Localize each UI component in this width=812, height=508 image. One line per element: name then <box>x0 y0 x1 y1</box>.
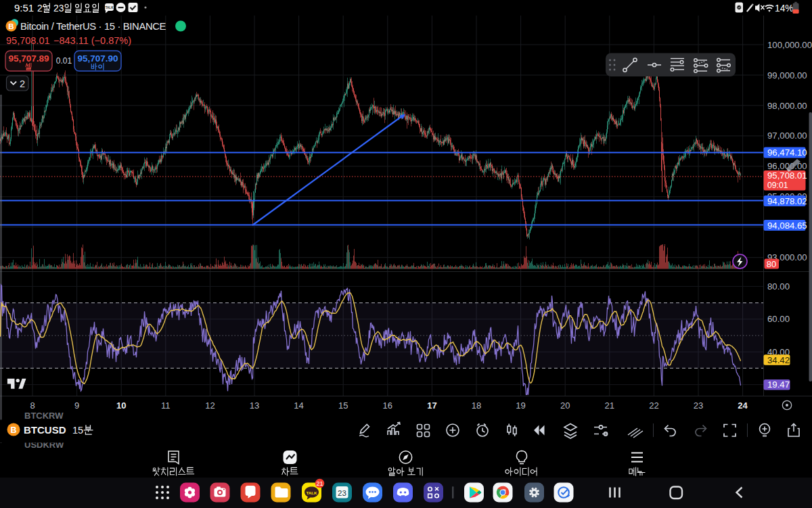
svg-text:95,708.01: 95,708.01 <box>767 170 807 181</box>
svg-text:19: 19 <box>516 400 525 411</box>
svg-text:09:01: 09:01 <box>767 181 788 190</box>
svg-text:60.00: 60.00 <box>767 314 790 324</box>
svg-text:−843.11 (−0.87%): −843.11 (−0.87%) <box>53 35 131 46</box>
svg-text:19.47: 19.47 <box>767 379 790 390</box>
svg-text:9:51: 9:51 <box>14 2 34 14</box>
svg-text:2: 2 <box>37 3 43 14</box>
svg-text:16: 16 <box>383 400 392 411</box>
svg-text:13: 13 <box>250 400 259 411</box>
svg-text:TALK: TALK <box>106 6 114 9</box>
svg-text:21: 21 <box>605 400 614 411</box>
svg-text:15: 15 <box>72 425 83 436</box>
svg-text:B: B <box>8 22 14 30</box>
svg-text:100,000.00: 100,000.00 <box>767 40 812 50</box>
svg-text:80.00: 80.00 <box>767 281 790 292</box>
svg-text:23: 23 <box>53 3 64 14</box>
svg-text:B: B <box>10 425 16 435</box>
svg-text:15: 15 <box>338 400 348 411</box>
svg-text:95,707.89: 95,707.89 <box>8 53 49 64</box>
svg-text:80: 80 <box>767 259 776 269</box>
svg-text:95,708.01: 95,708.01 <box>6 35 50 46</box>
svg-text:23: 23 <box>338 489 346 497</box>
svg-text:20: 20 <box>560 400 570 411</box>
svg-text:0.01: 0.01 <box>56 56 72 66</box>
svg-text:18: 18 <box>472 400 481 411</box>
svg-text:22: 22 <box>649 400 658 411</box>
svg-text:94,878.02: 94,878.02 <box>767 196 807 206</box>
svg-text:34.42: 34.42 <box>767 355 790 365</box>
svg-text:12: 12 <box>205 400 215 411</box>
svg-text:98,000.00: 98,000.00 <box>767 101 807 111</box>
svg-text:99,000.00: 99,000.00 <box>767 70 807 80</box>
svg-text:10: 10 <box>116 400 126 411</box>
svg-text:94,084.65: 94,084.65 <box>767 221 807 231</box>
svg-text:BTCUSD: BTCUSD <box>24 424 66 436</box>
svg-text:2: 2 <box>20 78 25 89</box>
svg-text:Bitcoin / TetherUS · 15 · BINA: Bitcoin / TetherUS · 15 · BINANCE <box>20 21 166 32</box>
svg-text:9: 9 <box>74 400 79 411</box>
svg-text:95,707.90: 95,707.90 <box>77 53 118 64</box>
svg-text:14: 14 <box>294 400 303 411</box>
svg-text:TALK: TALK <box>306 490 317 495</box>
svg-text:23: 23 <box>694 400 703 411</box>
svg-text:14%: 14% <box>775 3 794 14</box>
svg-text:8: 8 <box>30 400 35 411</box>
svg-text:17: 17 <box>427 400 436 411</box>
svg-text:96,474.10: 96,474.10 <box>767 147 807 158</box>
svg-text:24: 24 <box>738 400 748 411</box>
svg-text:BTCKRW: BTCKRW <box>24 411 64 421</box>
svg-text:21: 21 <box>316 480 323 487</box>
svg-text:11: 11 <box>161 400 171 411</box>
svg-text:97,000.00: 97,000.00 <box>767 131 807 141</box>
